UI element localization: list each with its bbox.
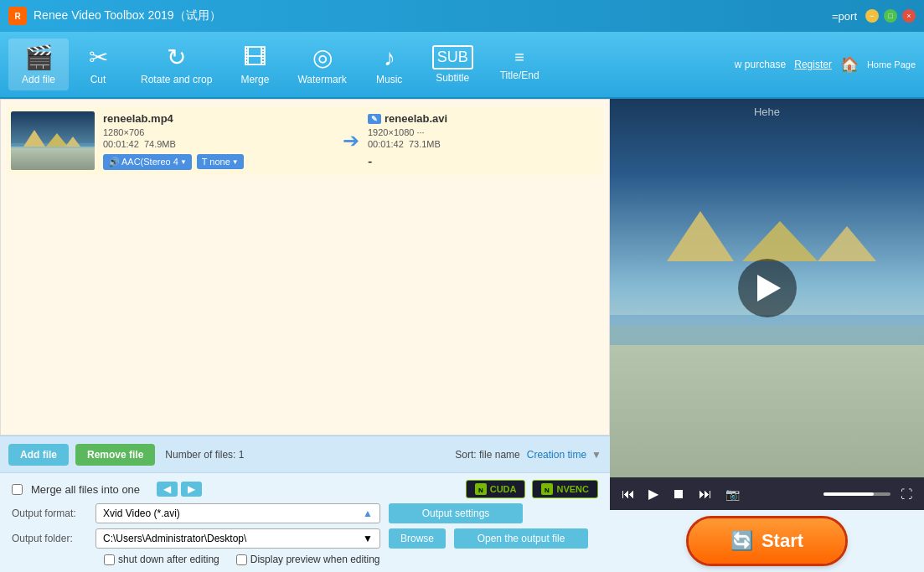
format-select[interactable]: Xvid Video (*.avi) ▲ <box>95 503 380 523</box>
tool-merge-label: Merge <box>240 74 269 85</box>
file-count: Number of files: 1 <box>165 449 244 461</box>
nvidia-logo-icon: N <box>475 483 487 495</box>
tool-merge[interactable]: 🎞 Merge <box>225 39 284 90</box>
tool-music[interactable]: ♪ Music <box>360 39 419 90</box>
toolbar: 🎬 Add file ✂ Cut ↻ Rotate and crop 🎞 Mer… <box>0 32 924 99</box>
subtitle-dropdown-arrow: ▼ <box>232 158 239 166</box>
close-button[interactable]: × <box>902 9 916 23</box>
sort-options: Creation time ▼ <box>527 449 601 461</box>
open-output-folder-button[interactable]: Open the output file <box>454 528 588 549</box>
svg-rect-1 <box>11 147 95 170</box>
convert-arrow: ➔ <box>343 129 359 152</box>
start-button[interactable]: 🔄 Start <box>689 518 845 564</box>
edit-icon[interactable]: ✎ <box>368 114 381 124</box>
rotate-crop-icon: ↻ <box>167 44 186 71</box>
merge-checkbox[interactable] <box>12 484 23 495</box>
preview-label: Display preview when editing <box>250 554 380 565</box>
output-format-row: Output format: Xvid Video (*.avi) ▲ Outp… <box>12 503 598 523</box>
source-duration-size: 00:01:42 74.9MB <box>103 139 334 149</box>
source-controls: 🔊 AAC(Stereo 4 ▼ T none ▼ <box>103 154 334 170</box>
app-logo: R <box>8 7 27 25</box>
options-area: Merge all files into one ◀ ▶ N CUDA N NV… <box>0 472 610 572</box>
checkbox-row: shut down after editing Display preview … <box>12 554 598 565</box>
cuda-label: CUDA <box>490 484 517 494</box>
screenshot-icon: 📷 <box>725 487 740 501</box>
home-page-text[interactable]: Home Page <box>867 59 916 70</box>
folder-path: C:\Users\Administrator\Desktop\ <box>103 533 246 544</box>
output-file-info: ✎ reneelab.avi 1920×1080 ··· 00:01:42 73… <box>368 112 599 169</box>
play-button[interactable] <box>738 259 797 317</box>
format-dropdown-arrow: ▲ <box>363 508 373 519</box>
preview-checkbox[interactable] <box>236 554 247 565</box>
subtitle-icon: SUB <box>432 45 473 70</box>
svg-marker-12 <box>818 226 876 261</box>
tool-title-end[interactable]: ≡ Title/End <box>487 43 553 86</box>
add-files-button[interactable]: Add file <box>8 444 69 466</box>
skip-forward-button[interactable]: ⏭ <box>695 485 715 503</box>
format-value: Xvid Video (*.avi) <box>103 508 180 519</box>
play-triangle-icon <box>757 275 781 301</box>
nvenc-label: NVENC <box>556 484 589 494</box>
source-filename: reneelab.mp4 <box>103 112 334 125</box>
main-content: reneelab.mp4 1280×706 00:01:42 74.9MB 🔊 … <box>0 99 924 572</box>
output-filename: ✎ reneelab.avi <box>368 112 599 125</box>
output-settings-button[interactable]: Output settings <box>389 503 523 523</box>
tool-add-file-label: Add file <box>22 74 55 85</box>
expand-button[interactable]: ⛶ <box>897 486 916 502</box>
browse-button[interactable]: Browse <box>389 528 446 549</box>
register-link[interactable]: Register <box>794 59 832 70</box>
output-subtitle-indicator: - <box>368 154 372 169</box>
maximize-button[interactable]: □ <box>884 9 897 23</box>
screenshot-button[interactable]: 📷 <box>722 486 743 502</box>
skip-back-button[interactable]: ⏮ <box>618 485 638 503</box>
merge-toggle-left[interactable]: ◀ <box>157 482 178 497</box>
app-title: Renee Video Toolbox 2019（试用） <box>34 8 832 23</box>
start-label: Start <box>761 530 803 552</box>
subtitle-select-label: T none <box>202 157 230 167</box>
tool-add-file[interactable]: 🎬 Add file <box>8 39 69 90</box>
merge-label: Merge all files into one <box>31 483 140 496</box>
tool-subtitle-label: Subtitle <box>436 72 469 84</box>
shutdown-checkbox[interactable] <box>104 554 115 565</box>
tool-rotate-crop-label: Rotate and crop <box>141 74 212 85</box>
start-section: 🔄 Start <box>610 510 924 572</box>
cuda-badge[interactable]: N CUDA <box>466 480 526 498</box>
preview-ground <box>610 326 924 477</box>
sort-label: Sort: file name <box>455 449 519 461</box>
sort-creation-time[interactable]: Creation time <box>527 449 586 461</box>
hardware-accel-controls: N CUDA N NVENC <box>466 480 598 498</box>
tool-rotate-crop[interactable]: ↻ Rotate and crop <box>127 39 225 90</box>
preview-checkbox-item[interactable]: Display preview when editing <box>236 554 380 565</box>
audio-track-select[interactable]: 🔊 AAC(Stereo 4 ▼ <box>103 154 192 170</box>
video-preview: Hehe <box>610 99 924 477</box>
sort-dropdown-arrow[interactable]: ▼ <box>591 449 601 461</box>
play-pause-button[interactable]: ▶ <box>645 484 662 503</box>
remove-file-button[interactable]: Remove file <box>75 444 155 466</box>
output-controls: - <box>368 154 599 169</box>
folder-input[interactable]: C:\Users\Administrator\Desktop\ ▼ <box>95 528 380 549</box>
merge-toggle-right[interactable]: ▶ <box>181 482 202 497</box>
purchase-text[interactable]: w purchase <box>735 59 786 70</box>
right-panel: Hehe ⏮ ▶ ⏹ ⏭ 📷 <box>610 99 924 572</box>
minimize-button[interactable]: − <box>865 9 879 23</box>
nvidia-nvenc-icon: N <box>541 483 553 495</box>
toolbar-right: w purchase Register 🏠 Home Page <box>735 55 916 74</box>
home-icon[interactable]: 🏠 <box>840 55 859 74</box>
merge-icon: 🎞 <box>243 44 266 71</box>
subtitle-select[interactable]: T none ▼ <box>197 154 244 169</box>
output-duration-size: 00:01:42 73.1MB <box>368 139 599 149</box>
tool-subtitle[interactable]: SUB Subtitle <box>419 40 487 89</box>
stop-button[interactable]: ⏹ <box>668 485 689 503</box>
tool-watermark[interactable]: ◎ Watermark <box>284 39 359 90</box>
start-refresh-icon: 🔄 <box>730 530 753 552</box>
tool-cut[interactable]: ✂ Cut <box>69 39 127 90</box>
shutdown-checkbox-item[interactable]: shut down after editing <box>104 554 219 565</box>
svg-text:N: N <box>478 487 483 494</box>
nvenc-badge[interactable]: N NVENC <box>532 480 598 498</box>
volume-slider[interactable] <box>823 492 890 496</box>
video-controls: ⏮ ▶ ⏹ ⏭ 📷 ⛶ <box>610 477 924 510</box>
tool-cut-label: Cut <box>90 74 106 85</box>
title-bar: R Renee Video Toolbox 2019（试用） =port − □… <box>0 0 924 32</box>
file-list-area: reneelab.mp4 1280×706 00:01:42 74.9MB 🔊 … <box>0 99 610 435</box>
add-file-icon: 🎬 <box>24 44 54 71</box>
